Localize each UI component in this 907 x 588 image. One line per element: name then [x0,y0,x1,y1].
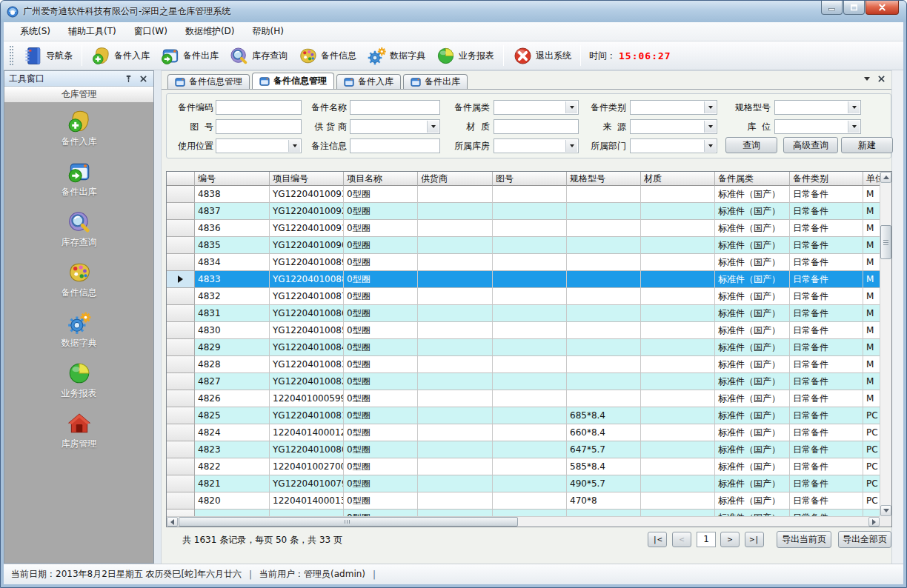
dropdown-button[interactable] [848,121,860,133]
search-select[interactable] [630,119,717,134]
menu-item-0[interactable]: 系统(S) [11,22,59,41]
pin-icon[interactable] [123,73,134,84]
column-header[interactable]: 单位 [863,172,880,186]
row-selector-cell[interactable] [167,186,195,203]
last-page-button[interactable]: >| [745,532,764,547]
toolbar-button-gears[interactable]: 数据字典 [362,44,431,67]
table-row[interactable]: 482412204014000120型圈660*8.4标准件（国产）日常备件PC [167,424,880,441]
tab-0[interactable]: 备件信息管理 [167,74,250,89]
toolbar-button-stock-in[interactable]: 备件入库 [86,44,155,67]
search-input[interactable] [350,100,440,115]
dropdown-button[interactable] [288,140,300,152]
table-row[interactable]: 4828YG122040100830型圈标准件（国产）日常备件M [167,356,880,373]
dropdown-button[interactable] [704,101,716,113]
table-row[interactable]: 4821YG122040100790型圈490*5.7标准件（国产）日常备件PC [167,475,880,492]
sidebar-item-pie-chart[interactable]: 业务报表 [4,358,153,409]
row-selector-cell[interactable] [167,271,195,288]
toolbar-grip[interactable] [10,46,13,65]
table-row[interactable]: 4836YG122040100910型圈标准件（国产）日常备件M [167,220,880,237]
sidebar-item-inventory-search[interactable]: 库存查询 [4,207,153,258]
row-selector-cell[interactable] [167,288,195,305]
sidebar-splitter[interactable] [154,70,161,564]
sidebar-item-gears[interactable]: 数据字典 [4,308,153,358]
menu-item-2[interactable]: 窗口(W) [125,22,176,41]
row-selector-cell[interactable] [167,220,195,237]
search-select[interactable] [216,138,302,153]
column-header[interactable]: 项目编号 [270,172,344,186]
table-row[interactable]: 482612204010005990型圈标准件（国产）日常备件M [167,390,880,407]
sidebar-close-icon[interactable] [138,73,149,84]
table-row[interactable]: 4823YG122040100800型圈647*5.7标准件（国产）日常备件PC [167,441,880,458]
column-header[interactable]: 项目名称 [344,172,418,186]
sidebar-item-stock-out[interactable]: 备件出库 [4,157,153,207]
table-row[interactable]: 0型圈标准件（国产）日常备件 [167,510,880,516]
table-row[interactable]: 4833YG122040100880型圈标准件（国产）日常备件M [167,271,880,288]
search-input[interactable] [494,119,579,134]
scroll-left-icon[interactable] [167,517,178,527]
row-selector-cell[interactable] [167,203,195,220]
search-input[interactable] [216,119,302,134]
menu-item-4[interactable]: 帮助(H) [244,22,293,41]
row-selector-cell[interactable] [167,254,195,271]
tab-3[interactable]: 备件出库 [403,74,468,89]
advanced-search-button[interactable]: 高级查询 [783,137,838,153]
menu-item-3[interactable]: 数据维护(D) [176,22,244,41]
table-row[interactable]: 4834YG122040100890型圈标准件（国产）日常备件M [167,254,880,271]
row-selector-header[interactable] [167,172,195,186]
search-select[interactable] [774,100,861,115]
row-selector-cell[interactable] [167,510,195,516]
dropdown-button[interactable] [565,140,577,152]
dropdown-button[interactable] [704,140,716,152]
row-selector-cell[interactable] [167,339,195,356]
table-row[interactable]: 4829YG122040100840型圈标准件（国产）日常备件M [167,339,880,356]
table-row[interactable]: 482212204010027000型圈585*8.4标准件（国产）日常备件PC [167,458,880,475]
horizontal-scrollbar[interactable] [167,516,880,527]
toolbar-button-notebook[interactable]: 导航条 [18,44,78,67]
table-row[interactable]: 4827YG122040100820型圈标准件（国产）日常备件M [167,373,880,390]
menu-item-1[interactable]: 辅助工具(T) [59,22,125,41]
search-input[interactable] [216,100,302,115]
search-input[interactable] [350,138,440,153]
table-row[interactable]: 4838YG122040100930型圈标准件（国产）日常备件M [167,186,880,203]
toolbar-button-stock-out[interactable]: 备件出库 [155,44,224,67]
search-select[interactable] [630,100,717,115]
row-selector-cell[interactable] [167,237,195,254]
scroll-down-icon[interactable] [880,505,891,516]
scroll-up-icon[interactable] [880,172,891,183]
search-button[interactable]: 查询 [725,137,777,153]
dropdown-button[interactable] [704,121,716,133]
dropdown-button[interactable] [427,121,439,133]
column-header[interactable]: 图号 [493,172,567,186]
row-selector-cell[interactable] [167,373,195,390]
table-row[interactable]: 4832YG122040100870型圈标准件（国产）日常备件M [167,288,880,305]
row-selector-cell[interactable] [167,305,195,322]
row-selector-cell[interactable] [167,356,195,373]
minimize-button[interactable] [821,1,843,15]
prev-page-button[interactable]: < [672,532,691,547]
tab-2[interactable]: 备件入库 [336,74,401,89]
dropdown-button[interactable] [565,101,577,113]
toolbar-button-palette[interactable]: 备件信息 [293,44,362,67]
next-page-button[interactable]: > [720,532,740,547]
toolbar-button-inventory-search[interactable]: 库存查询 [224,44,293,67]
row-selector-cell[interactable] [167,441,195,458]
export-current-page-button[interactable]: 导出当前页 [777,531,831,548]
sidebar-item-stock-in[interactable]: 备件入库 [4,107,153,157]
first-page-button[interactable]: |< [648,532,667,547]
search-select[interactable] [350,119,440,134]
column-header[interactable]: 供货商 [418,172,493,186]
row-selector-cell[interactable] [167,475,195,492]
search-select[interactable] [630,138,717,153]
toolbar-button-pie-chart[interactable]: 业务报表 [431,44,499,67]
sidebar-item-palette[interactable]: 备件信息 [4,258,153,308]
column-header[interactable]: 备件类别 [790,172,863,186]
vertical-scroll-thumb[interactable] [880,225,891,259]
tab-close-icon[interactable] [877,75,886,83]
row-selector-cell[interactable] [167,390,195,407]
search-select[interactable] [494,138,579,153]
row-selector-cell[interactable] [167,322,195,339]
row-selector-cell[interactable] [167,492,195,510]
table-row[interactable]: 4830YG122040100850型圈标准件（国产）日常备件M [167,322,880,339]
search-select[interactable] [774,119,861,134]
column-header[interactable]: 备件属类 [715,172,790,186]
